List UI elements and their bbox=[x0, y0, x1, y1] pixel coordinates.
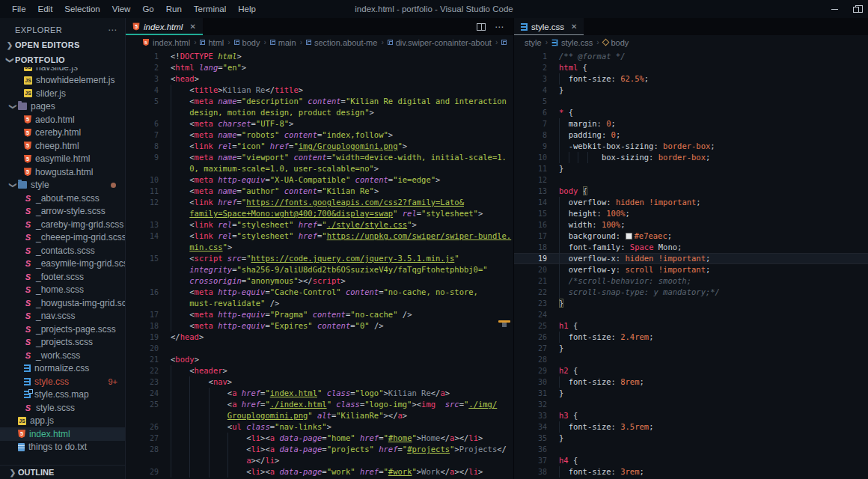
breadcrumb-item[interactable]: style.css bbox=[551, 38, 593, 47]
menu-help[interactable]: Help bbox=[232, 0, 262, 18]
breadcrumb-item[interactable]: body bbox=[603, 38, 629, 47]
code-line[interactable]: 23} bbox=[514, 298, 868, 309]
code-line[interactable]: 6<meta charset="UTF-8"> bbox=[126, 118, 513, 129]
open-editors-section[interactable]: ❯ OPEN EDITORS bbox=[0, 37, 125, 52]
breadcrumb-item[interactable]: 5index.html bbox=[142, 38, 190, 47]
outline-section[interactable]: ❯ OUTLINE bbox=[0, 465, 125, 479]
code-line[interactable]: 28 bbox=[514, 354, 868, 365]
tree-item--cheeep-img-grid-scss[interactable]: S_cheeep-img-grid.scss bbox=[0, 231, 125, 245]
close-icon[interactable]: ✕ bbox=[571, 22, 577, 31]
tree-item-style-css-map[interactable]: style.css.map bbox=[0, 388, 125, 402]
code-line[interactable]: 29h2 { bbox=[514, 365, 868, 376]
tree-item-slider-js[interactable]: JSslider.js bbox=[0, 87, 125, 100]
code-line[interactable]: 5<meta name="description" content="Kilia… bbox=[126, 96, 513, 107]
code-line[interactable]: 9-webkit-box-sizing: border-box; bbox=[514, 141, 868, 152]
tree-item-index-html[interactable]: 5index.html bbox=[0, 427, 125, 441]
code-line[interactable]: 26font-size: 2.4rem; bbox=[514, 332, 868, 343]
code-line[interactable]: 21/*scroll-behavior: smooth; bbox=[514, 275, 868, 287]
code-line[interactable]: 0, maximum-scale=1.0, user-scalable=no"> bbox=[126, 163, 513, 174]
tree-item-style-scss[interactable]: Sstyle.scss bbox=[0, 401, 125, 415]
code-line[interactable]: 8<link rel="icon" href="img/Grouplogomin… bbox=[126, 141, 513, 152]
code-line[interactable]: 34font-size: 3.5rem; bbox=[514, 421, 868, 433]
code-line[interactable]: family=Space+Mono:wght@400;700&display=s… bbox=[126, 208, 513, 219]
restore-button[interactable] bbox=[846, 0, 868, 18]
tree-item--nav-scss[interactable]: S_nav.scss bbox=[0, 310, 125, 323]
code-line[interactable]: 19</head> bbox=[126, 332, 513, 343]
code-line[interactable]: 4} bbox=[514, 85, 868, 96]
code-line[interactable]: 11<meta name="author" content="Kilian Re… bbox=[126, 186, 513, 197]
code-line[interactable]: 28<li><a data-page="projects" href="#pro… bbox=[126, 444, 513, 455]
code-line[interactable]: 29<li><a data-page="work" href="#work">W… bbox=[126, 466, 513, 478]
code-line[interactable]: 15<script src="https://code.jquery.com/j… bbox=[126, 253, 513, 264]
code-line[interactable]: 35} bbox=[514, 433, 868, 444]
code-line[interactable]: integrity="sha256-9/aliU8dGd2tb6OSsuzixe… bbox=[126, 264, 513, 275]
code-line[interactable]: 6* { bbox=[514, 107, 868, 118]
close-icon[interactable]: ✕ bbox=[189, 22, 195, 31]
tree-item-showhideelement-js[interactable]: JSshowhideelement.js bbox=[0, 74, 125, 88]
code-line[interactable]: 5 bbox=[514, 96, 868, 107]
code-line[interactable]: 30font-size: 8rem; bbox=[514, 376, 868, 388]
breadcrumb-item[interactable]: div.swiper-conainter-about bbox=[388, 38, 492, 47]
code-line[interactable]: 38font-size: 3rem; bbox=[514, 466, 868, 478]
code-line[interactable]: 3<head> bbox=[126, 73, 513, 85]
tab-style-css[interactable]: style.css ✕ bbox=[514, 18, 584, 35]
tree-item--howgusta-img-grid-scss[interactable]: S_howgusta-img-grid.scss bbox=[0, 296, 125, 310]
code-line[interactable]: 10<meta http-equiv="X-UA-Compatible" con… bbox=[126, 174, 513, 186]
menu-selection[interactable]: Selection bbox=[58, 0, 106, 18]
tree-item-cereby-html[interactable]: 5cereby.html bbox=[0, 126, 125, 140]
tree-item-things-to-do-txt[interactable]: things to do.txt bbox=[0, 441, 125, 454]
code-line[interactable]: 25<a href="./index.html" class="logo-img… bbox=[126, 399, 513, 410]
code-line[interactable]: 22<header> bbox=[126, 365, 513, 376]
code-line[interactable]: 2html { bbox=[514, 62, 868, 73]
code-line[interactable]: 23<nav> bbox=[126, 376, 513, 388]
code-line[interactable]: 4<title>Kilian Re</title> bbox=[126, 85, 513, 96]
code-line[interactable]: 31} bbox=[514, 388, 868, 399]
tree-item--arrow-style-scss[interactable]: S_arrow-style.scss bbox=[0, 205, 125, 219]
code-line[interactable]: crossorigin="anonymous"></script> bbox=[126, 275, 513, 287]
code-editor-style-css[interactable]: 1/** @format */2html {3font-size: 62.5%;… bbox=[514, 49, 868, 478]
split-editor-icon[interactable] bbox=[477, 23, 486, 31]
code-line[interactable]: must-revalidate" /> bbox=[126, 298, 513, 309]
code-line[interactable]: 2<html lang="en"> bbox=[126, 62, 513, 73]
tree-item--easymile-img-grid-scss[interactable]: S_easymile-img-grid.scss bbox=[0, 257, 125, 271]
code-line[interactable]: 17background: #e7eaec; bbox=[514, 231, 868, 242]
code-line[interactable]: 18font-family: Space Mono; bbox=[514, 242, 868, 253]
breadcrumb-item[interactable] bbox=[501, 40, 507, 45]
code-line[interactable]: 24 bbox=[514, 309, 868, 320]
code-line[interactable]: 19overflow-x: hidden !important; bbox=[514, 253, 868, 264]
code-line[interactable]: design, motion design, product design"> bbox=[126, 107, 513, 118]
code-line[interactable]: 16width: 100%; bbox=[514, 219, 868, 231]
code-line[interactable]: 9<meta name="viewport" content="width=de… bbox=[126, 152, 513, 163]
code-line[interactable]: 7<meta name="robots" content="index,foll… bbox=[126, 129, 513, 141]
tree-item-easymile-html[interactable]: 5easymile.html bbox=[0, 153, 125, 166]
code-line[interactable]: 25h1 { bbox=[514, 320, 868, 332]
portfolio-section[interactable]: ❯ PORTFOLIO bbox=[0, 52, 125, 67]
code-line[interactable]: 26<ul class="nav-links"> bbox=[126, 421, 513, 433]
tree-item--home-scss[interactable]: S_home.scss bbox=[0, 284, 125, 297]
code-line[interactable]: 21<body> bbox=[126, 354, 513, 365]
breadcrumb-item[interactable]: style bbox=[525, 38, 542, 47]
code-line[interactable]: 20overflow-y: scroll !important; bbox=[514, 264, 868, 275]
breadcrumb-item[interactable]: section.about-me bbox=[306, 38, 377, 47]
tree-item-app-js[interactable]: JSapp.js bbox=[0, 415, 125, 428]
code-line[interactable]: min.css"> bbox=[126, 242, 513, 253]
code-line[interactable]: 14overflow: hidden !important; bbox=[514, 197, 868, 208]
tree-item--work-scss[interactable]: S_work.scss bbox=[0, 349, 125, 362]
menu-view[interactable]: View bbox=[106, 0, 137, 18]
code-line[interactable]: 3font-size: 62.5%; bbox=[514, 73, 868, 85]
code-line[interactable]: 11} bbox=[514, 163, 868, 174]
code-line[interactable]: 13<link rel="stylesheet" href="./style/s… bbox=[126, 219, 513, 231]
tree-item-cheep-html[interactable]: 5cheep.html bbox=[0, 139, 125, 153]
breadcrumb-item[interactable]: main bbox=[270, 38, 296, 47]
code-line[interactable]: 18<meta http-equiv="Expires" content="0"… bbox=[126, 320, 513, 332]
code-line[interactable]: Grouplogomini.png" alt="KilianRe"></a> bbox=[126, 410, 513, 421]
tree-item-style-css[interactable]: style.css9+ bbox=[0, 375, 125, 388]
tree-item-style[interactable]: ❯style bbox=[0, 179, 125, 192]
code-line[interactable]: 37h4 { bbox=[514, 455, 868, 466]
more-actions-icon[interactable]: ⋯ bbox=[495, 23, 504, 31]
breadcrumb-item[interactable]: body bbox=[234, 38, 260, 47]
code-editor-index-html[interactable]: 1<!DOCTYPE html>2<html lang="en">3<head>… bbox=[126, 49, 513, 478]
minimize-button[interactable] bbox=[823, 0, 846, 18]
tree-item-navslide-js[interactable]: JSnavslide.js bbox=[0, 67, 125, 74]
code-line[interactable]: 12<link href="https://fonts.googleapis.c… bbox=[126, 197, 513, 208]
